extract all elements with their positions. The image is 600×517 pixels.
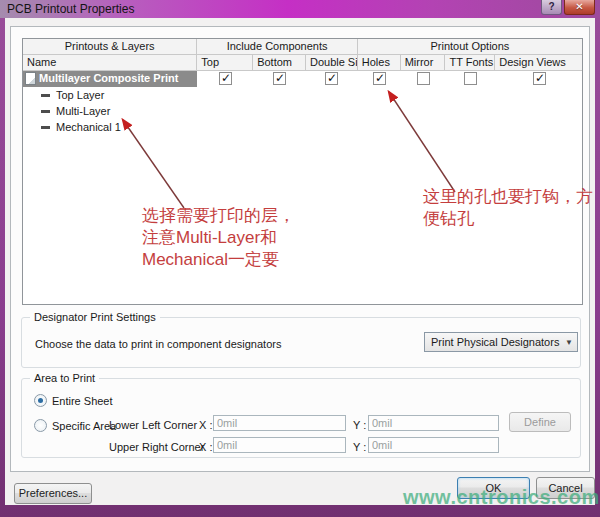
checkbox-holes[interactable] xyxy=(373,72,386,85)
checkbox-double-sided[interactable] xyxy=(325,72,338,85)
close-button[interactable]: ✕ xyxy=(564,0,595,15)
annotation-line: 注意Multi-Layer和 xyxy=(142,227,295,249)
annotation-right: 这里的孔也要打钩，方 便钻孔 xyxy=(423,186,593,230)
checkbox-mirror[interactable] xyxy=(417,72,430,85)
group-header-printouts-layers: Printouts & Layers xyxy=(23,39,196,54)
checkbox-design-views[interactable] xyxy=(533,72,546,85)
table-row-layer[interactable]: Top Layer xyxy=(23,87,582,103)
column-header-design-views: Design Views xyxy=(494,55,582,70)
designator-print-settings-group: Designator Print Settings Choose the dat… xyxy=(21,317,581,368)
annotation-left: 选择需要打印的层， 注意Multi-Layer和 Mechanical一定要 xyxy=(142,205,295,271)
printouts-table: Printouts & Layers Include Components Pr… xyxy=(22,38,583,305)
column-header-double-sided: Double Si... xyxy=(305,55,357,70)
layer-line-icon xyxy=(41,94,50,97)
column-header-name: Name xyxy=(23,55,196,70)
help-icon: ? xyxy=(548,1,554,12)
pcb-printout-properties-dialog: PCB Printout Properties ? ✕ Printouts & … xyxy=(0,0,600,517)
specific-area-label: Specific Area xyxy=(52,420,116,432)
define-button[interactable]: Define xyxy=(509,412,571,432)
upper-right-y-input[interactable] xyxy=(368,437,499,453)
y-label: Y : xyxy=(353,441,366,453)
annotation-line: 这里的孔也要打钩，方 xyxy=(423,186,593,208)
checkbox-tt-fonts[interactable] xyxy=(464,72,477,85)
layer-name: Mechanical 1 xyxy=(56,121,121,133)
layer-name: Multi-Layer xyxy=(56,105,110,117)
printout-name: Multilayer Composite Print xyxy=(39,72,178,84)
column-header-tt-fonts: TT Fonts xyxy=(444,55,494,70)
layer-line-icon xyxy=(41,126,50,129)
y-label: Y : xyxy=(353,419,366,431)
entire-sheet-label: Entire Sheet xyxy=(52,395,113,407)
radio-entire-sheet[interactable] xyxy=(34,394,47,407)
group-title: Area to Print xyxy=(30,372,99,384)
table-column-header-row: Name Top Bottom Double Si... Holes Mirro… xyxy=(23,55,582,71)
upper-right-corner-label: Upper Right Corner xyxy=(109,441,204,453)
table-group-header-row: Printouts & Layers Include Components Pr… xyxy=(23,39,582,55)
x-label: X : xyxy=(199,419,212,431)
column-header-bottom: Bottom xyxy=(252,55,305,70)
preferences-button[interactable]: Preferences... xyxy=(14,483,92,504)
help-button[interactable]: ? xyxy=(541,0,562,15)
layer-name: Top Layer xyxy=(56,89,104,101)
radio-specific-area[interactable] xyxy=(34,419,47,432)
area-to-print-group: Area to Print Entire Sheet Specific Area… xyxy=(21,378,581,458)
designator-dropdown-value: Print Physical Designators xyxy=(425,336,561,348)
close-icon: ✕ xyxy=(575,1,583,12)
lower-left-x-input[interactable] xyxy=(213,415,346,431)
table-row-layer[interactable]: Multi-Layer xyxy=(23,103,582,119)
title-bar: PCB Printout Properties xyxy=(0,0,600,18)
annotation-line: 便钻孔 xyxy=(423,208,593,230)
designator-dropdown[interactable]: Print Physical Designators ▼ xyxy=(424,332,578,352)
table-row-printout[interactable]: Multilayer Composite Print xyxy=(23,71,582,87)
column-header-top: Top xyxy=(196,55,252,70)
checkbox-bottom[interactable] xyxy=(273,72,286,85)
table-row-layer[interactable]: Mechanical 1 xyxy=(23,119,582,135)
group-header-include-components: Include Components xyxy=(196,39,356,54)
chevron-down-icon: ▼ xyxy=(561,338,577,347)
upper-right-x-input[interactable] xyxy=(213,437,346,453)
checkbox-top[interactable] xyxy=(219,72,232,85)
window-title: PCB Printout Properties xyxy=(7,2,134,16)
lower-left-y-input[interactable] xyxy=(368,415,499,431)
group-header-printout-options: Printout Options xyxy=(357,39,582,54)
watermark: www.cntronics.com xyxy=(403,486,600,509)
x-label: X : xyxy=(199,441,212,453)
layer-line-icon xyxy=(41,110,50,113)
column-header-mirror: Mirror xyxy=(400,55,445,70)
annotation-line: 选择需要打印的层， xyxy=(142,205,295,227)
column-header-holes: Holes xyxy=(357,55,400,70)
annotation-line: Mechanical一定要 xyxy=(142,249,295,271)
lower-left-corner-label: Lower Left Corner xyxy=(109,419,197,431)
printout-document-icon xyxy=(25,72,36,85)
group-title: Designator Print Settings xyxy=(30,311,160,323)
designator-choose-label: Choose the data to print in component de… xyxy=(35,338,281,350)
